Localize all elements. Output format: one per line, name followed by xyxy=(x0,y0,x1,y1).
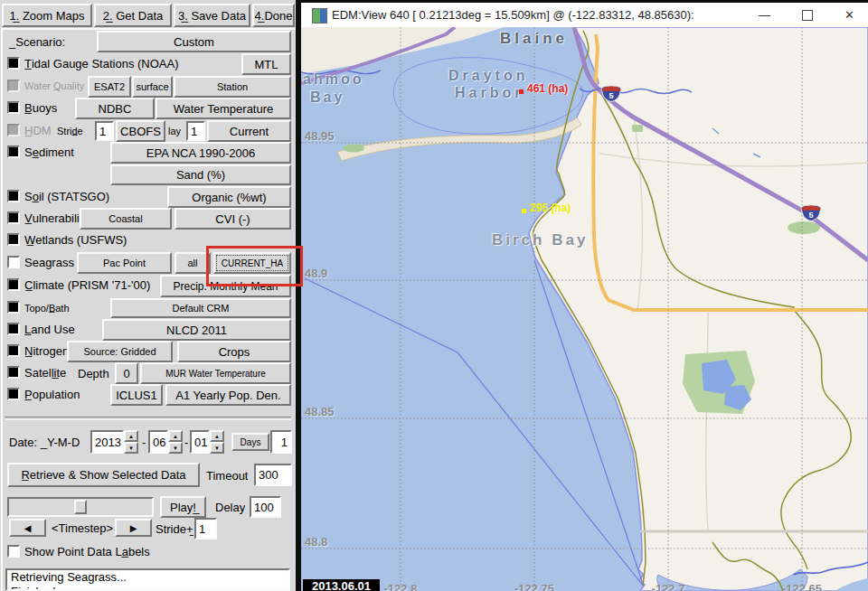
water-quality-checkbox[interactable] xyxy=(7,80,20,92)
delay-input[interactable]: 100 xyxy=(250,496,281,518)
satellite-checkbox[interactable] xyxy=(7,366,20,379)
nlcd-button[interactable]: NLCD 2011 xyxy=(102,319,291,341)
tidal-checkbox[interactable] xyxy=(7,57,20,70)
map-canvas[interactable]: 5 5 Blaine Drayton Harbor ahmoo Bay Birc… xyxy=(301,27,868,591)
place-label-drayton-harbor: Harbor xyxy=(455,85,524,101)
svg-text:5: 5 xyxy=(808,211,813,220)
timeout-input[interactable]: 300 xyxy=(254,464,292,486)
annotation-highlight-rectangle xyxy=(206,246,303,286)
year-spinner[interactable]: ▲ ▼ xyxy=(124,430,138,454)
sand-percent-button[interactable]: Sand (%) xyxy=(110,164,291,185)
minimize-button[interactable]: — xyxy=(744,3,785,27)
pop-density-button[interactable]: A1 Yearly Pop. Den. xyxy=(165,384,291,406)
tab-save-data[interactable]: 3̲. Save Data xyxy=(174,4,250,27)
scenario-button[interactable]: Custom xyxy=(97,31,291,52)
scenario-label: _Scenario: xyxy=(9,35,65,49)
soil-checkbox[interactable] xyxy=(7,190,20,202)
stride-input[interactable]: 1 xyxy=(194,518,217,539)
surface-button[interactable]: surface xyxy=(132,76,173,98)
days-input[interactable]: 1 xyxy=(270,430,292,454)
timestep-slider[interactable] xyxy=(7,497,154,517)
timestep-next-button[interactable]: ▶ xyxy=(115,519,152,537)
depth-label: Depth xyxy=(78,367,109,380)
spin-down-icon[interactable]: ▼ xyxy=(168,442,183,454)
buoys-checkbox[interactable] xyxy=(7,101,20,114)
sediment-source-button[interactable]: EPA NCA 1990-2006 xyxy=(110,142,291,164)
stride-plus-label: Stride+̲ xyxy=(156,522,193,536)
retrieve-button[interactable]: R̲etrieve & Show Selected Data xyxy=(7,463,200,487)
mtl-button[interactable]: MTL xyxy=(241,53,291,75)
nitrogen-source-button[interactable]: Source: Gridded xyxy=(67,341,173,362)
day-spinner[interactable]: ▲ ▼ xyxy=(210,430,224,454)
place-label-blaine: Blaine xyxy=(500,30,568,48)
date-label: Date: _Y-M-D xyxy=(9,436,80,449)
show-point-labels-label: Show Point Data La̲bels xyxy=(24,545,150,558)
cvi-button[interactable]: CVI (-) xyxy=(175,208,291,230)
date-dash: - xyxy=(184,436,188,449)
hdm-current-button[interactable]: Current xyxy=(207,120,291,142)
tab-done[interactable]: 4̲.Done xyxy=(252,4,295,27)
depth-button[interactable]: 0 xyxy=(115,362,138,384)
cbofs-button[interactable]: CBOFS xyxy=(116,120,165,142)
tab-get-data[interactable]: 2̲. Get Data xyxy=(94,4,172,27)
nitrogen-checkbox[interactable] xyxy=(7,344,20,357)
days-button[interactable]: Days xyxy=(231,433,269,451)
wetlands-checkbox[interactable] xyxy=(7,233,20,246)
seagrass-marker-dot xyxy=(522,209,526,213)
year-input[interactable]: 2013 xyxy=(90,430,124,454)
month-spinner[interactable]: ▲ ▼ xyxy=(168,430,183,454)
iclus1-button[interactable]: ICLUS1 xyxy=(110,384,163,406)
climate-checkbox[interactable] xyxy=(7,278,20,291)
ndbc-button[interactable]: NDBC xyxy=(75,98,155,119)
show-point-labels-checkbox[interactable] xyxy=(7,545,20,558)
vulnerability-checkbox[interactable] xyxy=(7,211,20,224)
right-arrow-icon: ▶ xyxy=(130,523,137,533)
buoys-label: B̲uoys xyxy=(24,101,57,115)
map-date-overlay: 2013.06.01 xyxy=(303,579,380,591)
tab-zoom-maps[interactable]: 1̲. Zoom Maps xyxy=(2,4,92,27)
station-button[interactable]: Station xyxy=(174,76,291,98)
spin-up-icon[interactable]: ▲ xyxy=(124,430,138,442)
seagrass-all-button[interactable]: all xyxy=(175,252,211,274)
nitrogen-label: N̲itrogen xyxy=(24,344,67,358)
svg-text:5: 5 xyxy=(609,91,613,100)
park-area xyxy=(632,125,643,132)
latitude-label: 48.8 xyxy=(305,535,327,549)
status-line: Retrieving Seagrass... xyxy=(7,570,288,585)
title-bar[interactable]: EDM:View 640 [ 0.21213deg = 15.509km] @ … xyxy=(301,3,868,27)
mur-button[interactable]: MUR Water Temperature xyxy=(140,362,291,384)
crops-button[interactable]: Crops xyxy=(177,341,291,362)
landuse-checkbox[interactable] xyxy=(7,323,20,335)
play-button[interactable]: Play!̲ xyxy=(160,496,206,518)
coastal-button[interactable]: Coastal xyxy=(80,208,172,230)
longitude-label: -122.7 xyxy=(646,582,691,591)
close-button[interactable]: ✕ xyxy=(829,3,868,27)
pac-point-button[interactable]: Pac Point xyxy=(77,252,172,274)
spin-up-icon[interactable]: ▲ xyxy=(168,430,183,442)
seagrass-checkbox[interactable] xyxy=(7,256,20,268)
day-input[interactable]: 01 xyxy=(190,430,210,454)
organic-button[interactable]: Organic (%wt) xyxy=(167,186,291,208)
population-checkbox[interactable] xyxy=(7,388,20,400)
topobath-checkbox[interactable] xyxy=(7,301,20,314)
spin-down-icon[interactable]: ▼ xyxy=(210,442,224,454)
hdm-stride-input[interactable]: 1 xyxy=(95,121,114,141)
default-crm-button[interactable]: Default CRM xyxy=(110,298,291,318)
spin-up-icon[interactable]: ▲ xyxy=(210,430,224,442)
window-title: EDM:View 640 [ 0.21213deg = 15.509km] @ … xyxy=(332,8,694,22)
hdm-lay-input[interactable]: 1 xyxy=(186,121,205,141)
maximize-button[interactable] xyxy=(787,3,827,27)
latitude-label: 48.85 xyxy=(305,405,335,418)
water-temperature-button[interactable]: Water Temperature xyxy=(156,98,291,119)
hdm-checkbox[interactable] xyxy=(7,124,20,136)
timestep-prev-button[interactable]: ◀ xyxy=(9,519,46,537)
place-label-birch-bay: Birch Bay xyxy=(492,231,588,249)
month-input[interactable]: 06 xyxy=(148,430,168,454)
stride-label: Strid̲e xyxy=(57,126,83,136)
slider-handle[interactable] xyxy=(74,500,87,514)
latitude-label: 48.9 xyxy=(305,267,327,280)
status-line: Finished ... xyxy=(7,585,288,591)
sediment-checkbox[interactable] xyxy=(7,145,20,158)
spin-down-icon[interactable]: ▼ xyxy=(124,442,138,454)
esat2-button[interactable]: ESAT2 xyxy=(88,76,131,98)
